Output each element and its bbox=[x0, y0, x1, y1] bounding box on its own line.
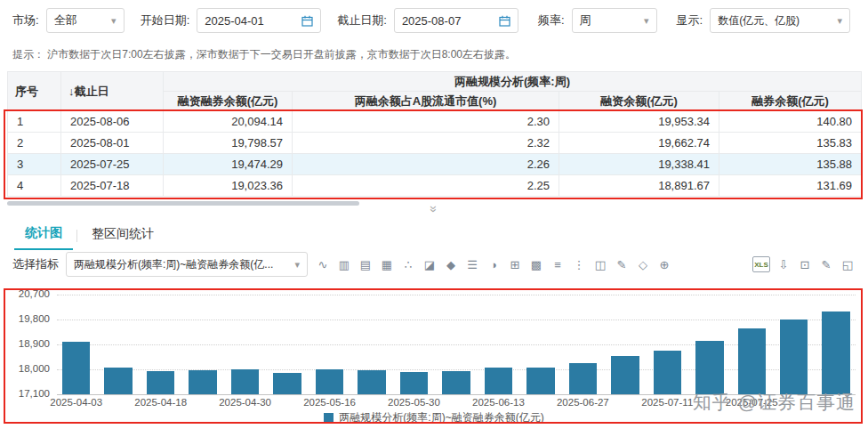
area-chart-icon[interactable]: ◪ bbox=[422, 256, 438, 272]
disclosure-hint: 提示： 沪市数据于次日7:00左右披露，深市数据于下一交易日开盘前披露，京市数据… bbox=[12, 46, 856, 62]
margin-data-table: 序号 ↓截止日 两融规模分析(频率:周) 融资融券余额(亿元) 两融余额占A股流… bbox=[7, 71, 862, 197]
bar[interactable] bbox=[654, 351, 681, 394]
chevron-down-icon: ▾ bbox=[294, 259, 300, 271]
collapse-expander-icon[interactable]: » bbox=[428, 206, 440, 213]
edit-icon[interactable]: ✎ bbox=[818, 256, 834, 272]
bar[interactable] bbox=[316, 369, 343, 394]
bar-slot bbox=[526, 295, 554, 394]
x-slot: 2025-05-30 bbox=[400, 397, 428, 410]
chart-toolbar-right: XLS⇩⊡✎◱ bbox=[752, 256, 856, 272]
x-slot: 2025-06-27 bbox=[569, 397, 597, 410]
bar[interactable] bbox=[231, 369, 259, 394]
table-cell: 19,798.57 bbox=[164, 133, 293, 154]
bar[interactable] bbox=[400, 372, 428, 395]
bar-slot bbox=[273, 295, 301, 394]
xls-export-icon[interactable]: XLS bbox=[752, 256, 770, 272]
chart: 20,700 19,800 18,900 18,000 17,100 2025-… bbox=[0, 282, 868, 403]
hbar-chart-icon[interactable]: ☰ bbox=[464, 256, 480, 272]
bar[interactable] bbox=[147, 371, 174, 394]
list-icon[interactable]: ≡ bbox=[550, 256, 566, 272]
start-date-input[interactable]: 2025-04-01 bbox=[197, 8, 321, 33]
chevron-down-icon: ▾ bbox=[644, 15, 649, 27]
bar-slot bbox=[400, 295, 428, 394]
bar-slot bbox=[822, 295, 849, 394]
style-icon[interactable]: ◇ bbox=[635, 256, 651, 272]
table-cell: 3 bbox=[8, 154, 61, 175]
table-row[interactable]: 32025-07-2519,474.292.2619,338.41135.88 bbox=[8, 154, 862, 175]
bar[interactable] bbox=[738, 328, 766, 394]
bar[interactable] bbox=[189, 370, 216, 394]
bar-slot bbox=[569, 295, 597, 394]
x-slot bbox=[442, 397, 470, 410]
start-date-label: 开始日期: bbox=[141, 12, 190, 28]
column-header-financing[interactable]: 融资余额(亿元) bbox=[559, 92, 719, 111]
grouped-bar-chart-icon[interactable]: ▦ bbox=[379, 256, 395, 272]
x-axis-label: 2025-05-16 bbox=[303, 397, 356, 408]
bar[interactable] bbox=[104, 368, 132, 394]
x-axis-label: 2025-04-18 bbox=[134, 397, 187, 408]
bar[interactable] bbox=[526, 368, 554, 395]
column-header-balance[interactable]: 融资融券余额(亿元) bbox=[164, 92, 293, 111]
pie-chart-icon[interactable]: ◑ bbox=[486, 256, 502, 272]
indicator-select[interactable]: 两融规模分析(频率:周)~融资融券余额(亿... ▾ bbox=[66, 252, 308, 277]
more-list-icon[interactable]: ⋮ bbox=[571, 256, 587, 272]
frequency-select[interactable]: 周 ▾ bbox=[572, 8, 657, 33]
table-row[interactable]: 22025-08-0119,798.572.3219,662.74135.83 bbox=[8, 133, 862, 154]
table-row[interactable]: 42025-07-1819,023.362.2518,891.67131.69 bbox=[8, 175, 862, 197]
market-value: 全部 bbox=[54, 12, 77, 28]
chart-toolbar-left: ∿▥▤▦∴◪◆☰◑⊞▩≡⋮◫✎◇⊕ bbox=[315, 256, 672, 272]
column-header-date[interactable]: ↓截止日 bbox=[61, 72, 164, 111]
zoom-icon[interactable]: ⊕ bbox=[656, 256, 672, 272]
tab-interval-statistics[interactable]: 整区间统计 bbox=[81, 222, 165, 249]
tab-statistics-chart[interactable]: 统计图 bbox=[14, 222, 73, 250]
bar[interactable] bbox=[358, 370, 385, 394]
column-header-pct[interactable]: 两融余额占A股流通市值(%) bbox=[293, 92, 559, 111]
table-cell: 19,953.34 bbox=[559, 111, 719, 133]
bar[interactable] bbox=[611, 356, 639, 394]
edit-chart-icon[interactable]: ✎ bbox=[614, 256, 630, 272]
table-cell: 135.83 bbox=[719, 133, 862, 154]
scatter-chart-icon[interactable]: ∴ bbox=[400, 256, 416, 272]
copy-icon[interactable]: ⊡ bbox=[797, 256, 813, 272]
bar[interactable] bbox=[695, 341, 723, 394]
display-select[interactable]: 数值(亿元、亿股) ▾ bbox=[710, 8, 850, 33]
download-icon[interactable]: ⇩ bbox=[776, 256, 792, 272]
table-cell: 20,094.14 bbox=[164, 111, 293, 133]
bar[interactable] bbox=[273, 373, 301, 394]
table-cell: 2 bbox=[8, 133, 61, 154]
bar[interactable] bbox=[62, 342, 90, 394]
x-slot bbox=[822, 397, 849, 410]
bar[interactable] bbox=[442, 371, 470, 394]
column-header-index[interactable]: 序号 bbox=[8, 72, 61, 111]
table-view-icon[interactable]: ⊞ bbox=[507, 256, 523, 272]
bar[interactable] bbox=[485, 368, 512, 394]
bar[interactable] bbox=[780, 320, 808, 394]
layout-icon[interactable]: ◫ bbox=[592, 256, 608, 272]
grid-icon[interactable]: ▩ bbox=[528, 256, 544, 272]
x-axis-label: 2025-04-30 bbox=[219, 397, 271, 408]
table-cell: 2.32 bbox=[293, 133, 559, 154]
column-header-securities[interactable]: 融券余额(亿元) bbox=[719, 92, 862, 111]
x-axis-label: 2025-07-25 bbox=[726, 397, 778, 408]
display-label: 显示: bbox=[677, 12, 703, 28]
bar-slot bbox=[485, 295, 512, 394]
table-cell: 4 bbox=[8, 175, 61, 197]
y-axis-label: 17,100 bbox=[0, 388, 50, 399]
end-date-input[interactable]: 2025-08-07 bbox=[394, 8, 518, 33]
table-cell: 2025-07-18 bbox=[61, 175, 164, 197]
bar[interactable] bbox=[822, 312, 849, 394]
bar-chart-icon[interactable]: ▥ bbox=[336, 256, 352, 272]
candlestick-chart-icon[interactable]: ◆ bbox=[443, 256, 459, 272]
bar-slot bbox=[695, 295, 723, 394]
calendar-icon bbox=[499, 15, 510, 27]
display-value: 数值(亿元、亿股) bbox=[718, 13, 800, 28]
table-row[interactable]: 12025-08-0620,094.142.3019,953.34140.80 bbox=[8, 111, 862, 133]
stacked-bar-chart-icon[interactable]: ▤ bbox=[358, 256, 374, 272]
x-slot bbox=[358, 397, 385, 410]
market-select[interactable]: 全部 ▾ bbox=[46, 8, 125, 33]
legend-swatch bbox=[324, 413, 334, 423]
horizontal-scrollbar[interactable] bbox=[7, 201, 359, 206]
fullscreen-icon[interactable]: ◱ bbox=[840, 256, 856, 272]
bar[interactable] bbox=[569, 363, 597, 394]
line-chart-icon[interactable]: ∿ bbox=[315, 256, 331, 272]
